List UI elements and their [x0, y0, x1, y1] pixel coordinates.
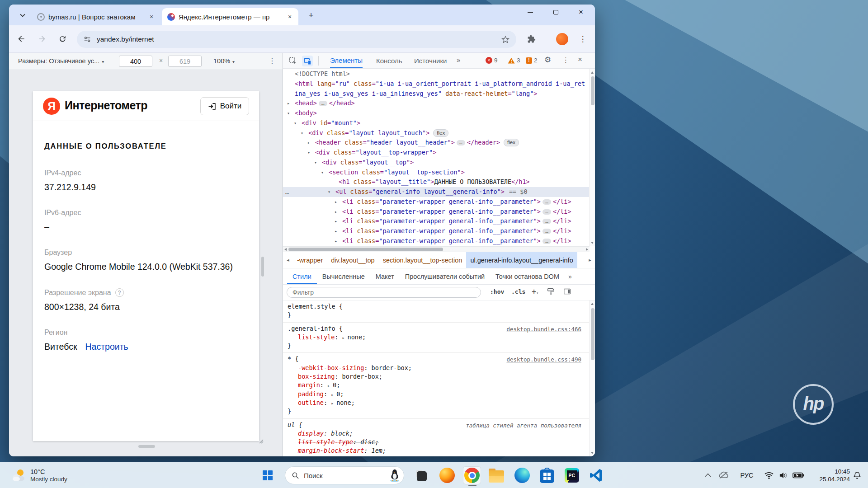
clock-widget[interactable]: 10:45 25.04.2024: [808, 462, 850, 488]
back-button[interactable]: [14, 32, 28, 46]
dom-tree-row[interactable]: ▾<div class="layout__top-wrapper">: [283, 148, 590, 158]
dom-tree-row[interactable]: ▸<li class="parameter-wrapper general-in…: [283, 216, 590, 226]
css-property[interactable]: margin-block-start: 1em;: [283, 446, 590, 455]
expand-value-icon[interactable]: ▸: [342, 335, 348, 340]
rendering-emulation-button[interactable]: [547, 288, 555, 297]
css-selector[interactable]: ul: [288, 421, 295, 428]
scroll-left-icon[interactable]: [284, 248, 287, 251]
device-toolbar-menu[interactable]: ⋮: [269, 56, 276, 65]
scroll-down-icon[interactable]: [591, 452, 594, 454]
devtools-tab-console[interactable]: Консоль: [376, 53, 402, 68]
tab-bymas[interactable]: bymas.ru | Вопрос знатокам ×: [32, 8, 160, 25]
css-property[interactable]: -webkit-box-sizing: border-box;: [283, 364, 590, 372]
scroll-right-icon[interactable]: [586, 248, 588, 251]
dom-tree-row[interactable]: ▸<head>…</head>: [283, 99, 590, 108]
scrollbar-thumb[interactable]: [591, 76, 594, 105]
inline-expand-icon[interactable]: …: [542, 229, 551, 234]
inline-expand-icon[interactable]: …: [542, 209, 551, 215]
expand-toggle-icon[interactable]: ▸: [287, 99, 290, 108]
dom-tree-row[interactable]: ▸<li class="parameter-wrapper general-in…: [283, 236, 590, 246]
breadcrumb-item[interactable]: section.layout__top-section: [379, 252, 467, 268]
extensions-button[interactable]: [524, 32, 538, 46]
tray-expand-button[interactable]: [702, 462, 714, 488]
stylesheet-link[interactable]: desktop.bundle.css:466: [506, 326, 581, 333]
css-property[interactable]: padding: ▸ 0;: [283, 390, 590, 399]
expand-toggle-icon[interactable]: ▸: [335, 226, 337, 236]
dom-tree-row[interactable]: <h1 class="layout__title">ДАННЫЕ О ПОЛЬЗ…: [283, 177, 590, 187]
toggle-hover-state-button[interactable]: :hov: [490, 288, 504, 295]
yandex-logo[interactable]: Я: [43, 98, 60, 115]
dom-tree-row[interactable]: …▾<ul class="general-info layout__genera…: [283, 187, 590, 197]
toggle-class-button[interactable]: .cls: [511, 288, 525, 295]
styles-pane-tab[interactable]: Вычисленные: [317, 268, 370, 284]
dom-tree-row[interactable]: ina_yes i-ua_svg_yes i-ua_inlinesvg_yes"…: [283, 89, 590, 99]
expand-value-icon[interactable]: ▸: [331, 401, 336, 406]
address-bar[interactable]: yandex.by/internet: [77, 31, 516, 48]
wifi-icon[interactable]: [762, 462, 776, 488]
devtools-close-button[interactable]: ×: [578, 55, 582, 64]
dom-tree-scrollbar[interactable]: [589, 69, 595, 246]
inline-expand-icon[interactable]: …: [542, 219, 551, 224]
devtools-settings-button[interactable]: ⚙: [544, 55, 551, 65]
more-style-tabs-button[interactable]: »: [565, 268, 572, 284]
scroll-up-icon[interactable]: [591, 71, 594, 74]
breadcrumb-item[interactable]: -wrapper: [293, 252, 327, 268]
login-button[interactable]: Войти: [200, 97, 249, 115]
dom-tree-row[interactable]: ▾<div class="layout layout_touch">flex: [283, 128, 590, 138]
breadcrumb-left-icon[interactable]: ◂: [283, 252, 293, 268]
notifications-button[interactable]: [850, 462, 864, 488]
zoom-select[interactable]: 100%▾: [213, 57, 235, 65]
firefox-icon[interactable]: [438, 466, 456, 484]
pycharm-icon[interactable]: PC: [563, 466, 581, 484]
tab-search-button[interactable]: [16, 9, 29, 21]
configure-region-link[interactable]: Настроить: [85, 342, 128, 352]
expand-toggle-icon[interactable]: ▾: [314, 158, 317, 168]
help-icon[interactable]: ?: [115, 288, 124, 297]
scroll-up-icon[interactable]: [591, 303, 594, 305]
expand-toggle-icon[interactable]: ▸: [335, 207, 337, 217]
row-actions-icon[interactable]: …: [285, 187, 288, 197]
device-type-select[interactable]: Размеры: Отзывчивое ус...▾: [18, 57, 104, 65]
weather-widget[interactable]: 10°C Mostly cloudy: [7, 465, 71, 485]
viewport-resize-corner[interactable]: [257, 437, 264, 446]
css-selector[interactable]: element.style: [288, 303, 335, 310]
stylesheet-link[interactable]: таблица стилей агента пользователя: [466, 422, 581, 429]
breadcrumb-item[interactable]: div.layout__top: [327, 252, 378, 268]
edge-icon[interactable]: [513, 466, 531, 484]
inline-expand-icon[interactable]: …: [319, 101, 327, 106]
stylesheet-link[interactable]: desktop.bundle.css:490: [506, 356, 581, 363]
explorer-icon[interactable]: [487, 466, 505, 484]
css-selector[interactable]: *: [288, 355, 291, 362]
expand-toggle-icon[interactable]: ▸: [335, 236, 337, 246]
inline-expand-icon[interactable]: …: [542, 239, 551, 244]
flex-badge[interactable]: flex: [433, 129, 448, 137]
warning-badge[interactable]: 3: [508, 57, 520, 64]
expand-toggle-icon[interactable]: ▾: [307, 148, 310, 158]
css-property[interactable]: display: block;: [283, 429, 590, 438]
scroll-down-icon[interactable]: [591, 242, 594, 244]
forward-button[interactable]: [35, 32, 49, 46]
devtools-tab-sources[interactable]: Источники: [414, 53, 447, 68]
scrollbar-thumb[interactable]: [591, 308, 594, 360]
new-tab-button[interactable]: +: [305, 9, 317, 22]
styles-scrollbar[interactable]: [589, 300, 595, 456]
inline-expand-icon[interactable]: …: [457, 140, 465, 145]
css-selector[interactable]: .general-info: [288, 325, 335, 332]
expand-toggle-icon[interactable]: ▸: [307, 138, 310, 148]
styles-pane-tab[interactable]: Точки останова DOM: [490, 268, 565, 284]
breadcrumb-right-icon[interactable]: ▸: [585, 252, 595, 268]
tab-internetometer[interactable]: Яндекс.Интернетометр — пр ×: [162, 8, 298, 25]
viewport-resize-handle-right[interactable]: [261, 257, 264, 277]
browser-menu-button[interactable]: ⋮: [576, 32, 590, 46]
css-property[interactable]: list-style-type: disc;: [283, 438, 590, 446]
scrollbar-thumb[interactable]: [288, 248, 443, 251]
dom-tree-row[interactable]: <!DOCTYPE html>: [283, 69, 590, 79]
tab-close-icon[interactable]: ×: [286, 13, 294, 21]
bookmark-star-icon[interactable]: [501, 35, 510, 44]
expand-value-icon[interactable]: ▸: [327, 383, 333, 388]
profile-avatar[interactable]: [556, 33, 568, 45]
expand-toggle-icon[interactable]: ▾: [294, 118, 297, 128]
reload-button[interactable]: [56, 32, 69, 46]
taskview-icon[interactable]: [412, 466, 430, 484]
tab-close-icon[interactable]: ×: [147, 13, 156, 21]
